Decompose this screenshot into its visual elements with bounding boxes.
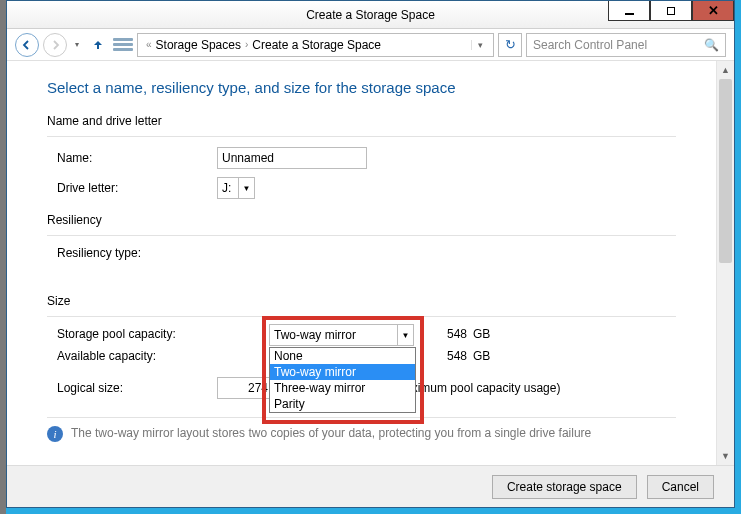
back-button[interactable] [15,33,39,57]
nav-bar: ▾ « Storage Spaces › Create a Storage Sp… [7,29,734,61]
window-buttons: ✕ [608,1,734,21]
pool-capacity-value: 548 [407,327,467,341]
search-icon[interactable]: 🔍 [704,38,719,52]
chevron-down-icon[interactable]: ▼ [398,324,414,346]
resiliency-value: Two-way mirror [269,324,398,346]
cancel-button[interactable]: Cancel [647,475,714,499]
row-name: Name: [57,147,676,169]
info-icon: i [47,426,63,442]
section-size: Size [47,294,676,308]
pool-capacity-label: Storage pool capacity: [57,327,217,341]
breadcrumb-dropdown[interactable]: ▾ [471,40,489,50]
divider [47,316,676,317]
divider [47,235,676,236]
available-unit: GB [473,349,513,363]
info-row: i The two-way mirror layout stores two c… [47,417,676,442]
breadcrumb-seg-2[interactable]: Create a Storage Space [252,38,381,52]
breadcrumb[interactable]: « Storage Spaces › Create a Storage Spac… [137,33,494,57]
scroll-thumb[interactable] [719,79,732,263]
info-text: The two-way mirror layout stores two cop… [71,426,631,440]
footer: Create storage space Cancel [7,465,734,507]
chevron-icon: › [241,39,252,50]
scroll-track[interactable] [717,79,734,447]
scroll-down-button[interactable]: ▼ [717,447,734,465]
option-none[interactable]: None [270,348,415,364]
pool-capacity-unit: GB [473,327,513,341]
close-button[interactable]: ✕ [692,1,734,21]
page-title: Select a name, resiliency type, and size… [47,79,676,96]
scroll-up-button[interactable]: ▲ [717,61,734,79]
option-three-way[interactable]: Three-way mirror [270,380,415,396]
resiliency-dropdown[interactable]: None Two-way mirror Three-way mirror Par… [269,347,416,413]
logical-size-input[interactable] [217,377,273,399]
search-input[interactable]: Search Control Panel 🔍 [526,33,726,57]
chevron-down-icon[interactable]: ▼ [239,177,255,199]
window: Create a Storage Space ✕ ▾ « Storage Spa… [6,0,735,508]
row-drive-letter: Drive letter: J: ▼ [57,177,676,199]
maximize-button[interactable] [650,1,692,21]
name-label: Name: [57,151,217,165]
divider [47,136,676,137]
minimize-button[interactable] [608,1,650,21]
drive-letter-label: Drive letter: [57,181,217,195]
forward-button[interactable] [43,33,67,57]
breadcrumb-seg-1[interactable]: Storage Spaces [156,38,241,52]
option-parity[interactable]: Parity [270,396,415,412]
resiliency-label: Resiliency type: [57,246,217,260]
vertical-scrollbar[interactable]: ▲ ▼ [716,61,734,465]
drives-icon [113,36,133,54]
title-bar: Create a Storage Space ✕ [7,1,734,29]
content-area: Select a name, resiliency type, and size… [7,61,734,465]
history-dropdown[interactable]: ▾ [71,40,83,49]
drive-letter-select[interactable]: J: ▼ [217,177,255,199]
chevron-icon: « [142,39,156,50]
row-resiliency: Resiliency type: [57,246,676,260]
section-resiliency: Resiliency [47,213,676,227]
available-value: 548 [407,349,467,363]
name-input[interactable] [217,147,367,169]
refresh-button[interactable]: ↻ [498,33,522,57]
section-name-letter: Name and drive letter [47,114,676,128]
logical-label: Logical size: [57,381,217,395]
drive-letter-value: J: [217,177,239,199]
available-label: Available capacity: [57,349,217,363]
up-button[interactable] [87,34,109,56]
option-two-way[interactable]: Two-way mirror [270,364,415,380]
create-button[interactable]: Create storage space [492,475,637,499]
resiliency-select[interactable]: Two-way mirror ▼ [269,324,416,346]
search-placeholder: Search Control Panel [533,38,647,52]
